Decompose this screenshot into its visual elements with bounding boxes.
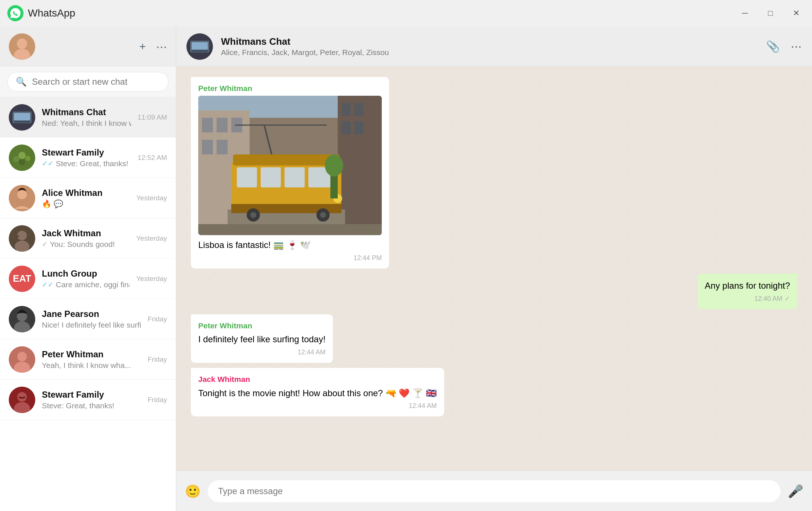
chat-meta-jane: Friday: [148, 315, 167, 323]
svg-rect-49: [284, 167, 305, 187]
chat-preview-stewart: ✓✓ Steve: Great, thanks!: [42, 159, 131, 168]
message-peter-surfing: Peter Whitman I definitely feel like sur…: [191, 314, 333, 363]
svg-point-53: [250, 212, 256, 218]
chat-name-stewart: Stewart Family: [42, 147, 131, 158]
close-button[interactable]: ✕: [788, 5, 805, 22]
avatar-peter: [9, 346, 35, 373]
mic-button[interactable]: 🎤: [788, 484, 803, 499]
chat-list: Whitmans Chat Ned: Yeah, I think I know …: [0, 97, 176, 511]
chat-time-stewart2: Friday: [148, 396, 167, 404]
svg-rect-35: [217, 118, 228, 132]
chat-time-jack: Yesterday: [136, 234, 167, 242]
svg-rect-47: [237, 167, 257, 187]
chat-info-jane: Jane Pearson Nice! I definitely feel lik…: [42, 309, 141, 329]
chat-header-info[interactable]: Whitmans Chat Alice, Francis, Jack, Marg…: [221, 36, 758, 57]
chat-preview-alice: 🔥 💬: [42, 200, 130, 208]
message-time-4: 12:44 AM: [409, 401, 437, 410]
chat-header-avatar[interactable]: [186, 33, 213, 60]
message-sender-peter-2: Peter Whitman: [198, 320, 326, 331]
avatar-jack: [9, 225, 35, 252]
chat-meta-stewart2: Friday: [148, 396, 167, 404]
main-layout: + ⋯ 🔍: [0, 26, 812, 511]
self-avatar[interactable]: [9, 33, 35, 60]
message-time-row-4: 12:44 AM: [198, 401, 437, 410]
messages-area: Peter Whitman: [176, 67, 812, 471]
message-time-1: 12:44 PM: [354, 253, 382, 263]
svg-rect-30: [192, 50, 208, 52]
chat-name-lunch: Lunch Group: [42, 269, 130, 279]
svg-point-55: [320, 212, 326, 218]
minimize-button[interactable]: ─: [736, 5, 753, 22]
avatar-jane: [9, 306, 35, 332]
chat-meta-stewart: 12:52 AM: [138, 154, 167, 162]
chat-item-jack[interactable]: Jack Whitman ✓ You: Sounds good! Yesterd…: [0, 218, 176, 259]
message-tick-2: ✓: [784, 294, 790, 303]
svg-rect-43: [354, 121, 363, 134]
new-chat-button[interactable]: +: [139, 40, 146, 53]
chat-preview-stewart2: Steve: Great, thanks!: [42, 401, 141, 410]
chat-meta-jack: Yesterday: [136, 234, 167, 242]
left-panel: + ⋯ 🔍: [0, 26, 176, 511]
chat-info-stewart: Stewart Family ✓✓ Steve: Great, thanks!: [42, 147, 131, 168]
chat-item-whitmans[interactable]: Whitmans Chat Ned: Yeah, I think I know …: [0, 97, 176, 138]
chat-preview-whitmans: Ned: Yeah, I think I know wha...: [42, 119, 131, 128]
avatar-whitmans: [9, 104, 35, 131]
svg-rect-29: [192, 42, 208, 50]
message-time-2: 12:40 AM: [754, 294, 782, 303]
app-logo: [7, 5, 23, 21]
message-text-movie: Tonight is the movie night! How about th…: [198, 387, 437, 399]
chat-name-jack: Jack Whitman: [42, 228, 130, 238]
message-text-lisboa: Lisboa is fantastic! 🚃 🍷 🕊️: [198, 239, 382, 251]
chat-name-whitmans: Whitmans Chat: [42, 107, 131, 117]
chat-header-actions: 📎 ⋯: [766, 40, 802, 53]
title-bar: WhatsApp ─ □ ✕: [0, 0, 812, 26]
search-icon: 🔍: [16, 77, 27, 87]
right-panel: Whitmans Chat Alice, Francis, Jack, Marg…: [176, 26, 812, 511]
more-options-button[interactable]: ⋯: [791, 40, 802, 53]
left-header-actions: + ⋯: [139, 40, 167, 53]
menu-button[interactable]: ⋯: [156, 40, 167, 53]
avatar-stewart2: [9, 387, 35, 413]
message-text-plans: Any plans for tonight?: [705, 280, 790, 292]
chat-info-stewart2: Stewart Family Steve: Great, thanks!: [42, 390, 141, 410]
chat-meta-lunch: Yesterday: [136, 275, 167, 283]
svg-point-12: [19, 159, 25, 165]
chat-meta-peter: Friday: [148, 355, 167, 364]
chat-item-jane[interactable]: Jane Pearson Nice! I definitely feel lik…: [0, 299, 176, 339]
chat-info-whitmans: Whitmans Chat Ned: Yeah, I think I know …: [42, 107, 131, 128]
attachment-button[interactable]: 📎: [766, 40, 780, 53]
message-peter-image: Peter Whitman: [191, 77, 389, 269]
message-input[interactable]: [208, 480, 780, 502]
svg-point-10: [13, 156, 19, 162]
svg-point-22: [17, 352, 27, 361]
chat-preview-jane: Nice! I definitely feel like surfing: [42, 321, 141, 329]
chat-preview-lunch: ✓✓ Care amiche, oggi finalmente posso: [42, 280, 130, 289]
svg-rect-42: [341, 121, 351, 134]
chat-preview-peter: Yeah, I think I know wha...: [42, 361, 141, 370]
search-input-wrap: 🔍: [7, 72, 168, 92]
chat-item-stewart[interactable]: Stewart Family ✓✓ Steve: Great, thanks! …: [0, 138, 176, 178]
chat-time-lunch: Yesterday: [136, 275, 167, 283]
window-controls: ─ □ ✕: [736, 5, 805, 22]
search-input[interactable]: [32, 77, 160, 87]
emoji-button[interactable]: 🙂: [185, 484, 200, 499]
avatar-stewart: [9, 145, 35, 171]
chat-time-whitmans: 11:09 AM: [138, 113, 167, 121]
svg-rect-37: [202, 140, 213, 154]
chat-name-alice: Alice Whitman: [42, 188, 130, 198]
svg-point-61: [325, 154, 343, 176]
message-sender-jack: Jack Whitman: [198, 374, 437, 384]
svg-rect-34: [202, 118, 213, 132]
app-title: WhatsApp: [28, 7, 732, 19]
chat-time-stewart: 12:52 AM: [138, 154, 167, 162]
svg-rect-46: [233, 154, 340, 165]
svg-rect-38: [217, 140, 228, 154]
svg-point-2: [17, 39, 27, 49]
chat-header-members: Alice, Francis, Jack, Margot, Peter, Roy…: [221, 48, 758, 57]
message-jack-movie: Jack Whitman Tonight is the movie night!…: [191, 368, 444, 416]
chat-item-stewart2[interactable]: Stewart Family Steve: Great, thanks! Fri…: [0, 380, 176, 420]
chat-item-lunch[interactable]: EAT Lunch Group ✓✓ Care amiche, oggi fin…: [0, 259, 176, 299]
chat-item-alice[interactable]: Alice Whitman 🔥 💬 Yesterday: [0, 178, 176, 218]
maximize-button[interactable]: □: [762, 5, 779, 22]
chat-item-peter[interactable]: Peter Whitman Yeah, I think I know wha..…: [0, 339, 176, 380]
